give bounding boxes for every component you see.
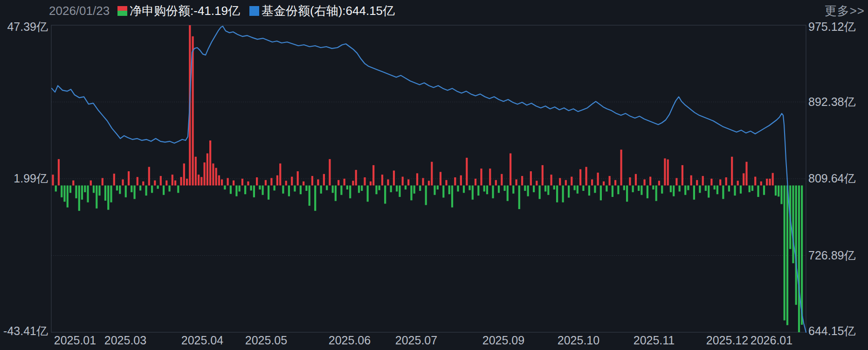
net-subscription-bar[interactable] — [93, 185, 95, 193]
net-subscription-bar[interactable] — [544, 185, 546, 191]
net-subscription-bar[interactable] — [244, 185, 246, 194]
net-subscription-bar[interactable] — [690, 175, 692, 186]
net-subscription-bar[interactable] — [90, 181, 92, 186]
net-subscription-bar[interactable] — [463, 185, 465, 193]
net-subscription-bar[interactable] — [154, 181, 156, 186]
net-subscription-bar[interactable] — [209, 140, 211, 185]
net-subscription-bar[interactable] — [626, 185, 628, 202]
net-subscription-bar[interactable] — [72, 181, 74, 186]
net-subscription-bar[interactable] — [78, 185, 80, 210]
net-subscription-bar[interactable] — [317, 179, 319, 185]
net-subscription-bar[interactable] — [227, 178, 229, 186]
net-subscription-bar[interactable] — [556, 185, 558, 202]
net-subscription-bar[interactable] — [58, 159, 60, 186]
net-subscription-bar[interactable] — [769, 179, 771, 186]
net-subscription-bar[interactable] — [588, 185, 590, 196]
net-subscription-bar[interactable] — [309, 185, 310, 206]
net-subscription-bar[interactable] — [725, 177, 727, 185]
net-subscription-bar[interactable] — [440, 172, 441, 185]
net-subscription-bar[interactable] — [670, 185, 672, 192]
net-subscription-bar[interactable] — [405, 185, 406, 189]
net-subscription-bar[interactable] — [705, 185, 707, 191]
net-subscription-bar[interactable] — [658, 181, 660, 185]
net-subscription-bar[interactable] — [451, 185, 453, 207]
net-subscription-bar[interactable] — [504, 185, 506, 191]
net-subscription-bar[interactable] — [410, 185, 412, 200]
net-subscription-bar[interactable] — [597, 173, 599, 186]
net-subscription-bar[interactable] — [399, 185, 400, 197]
net-subscription-bar[interactable] — [172, 175, 173, 185]
net-subscription-bar[interactable] — [204, 162, 206, 185]
net-subscription-bar[interactable] — [134, 185, 136, 199]
net-subscription-bar[interactable] — [98, 185, 100, 196]
net-subscription-bar[interactable] — [102, 178, 103, 186]
net-subscription-bar[interactable] — [766, 179, 768, 186]
net-subscription-bar[interactable] — [498, 185, 500, 193]
net-subscription-bar[interactable] — [480, 168, 482, 185]
net-subscription-bar[interactable] — [536, 181, 537, 185]
net-subscription-bar[interactable] — [352, 181, 354, 185]
net-subscription-bar[interactable] — [413, 185, 415, 193]
net-subscription-bar[interactable] — [679, 185, 681, 191]
net-subscription-bar[interactable] — [200, 177, 202, 185]
net-subscription-bar[interactable] — [614, 180, 616, 186]
net-subscription-bar[interactable] — [641, 185, 642, 195]
net-subscription-bar[interactable] — [745, 162, 747, 186]
net-subscription-bar[interactable] — [620, 150, 622, 186]
net-subscription-bar[interactable] — [749, 185, 751, 192]
net-subscription-bar[interactable] — [163, 185, 165, 195]
net-subscription-bar[interactable] — [798, 185, 800, 332]
net-subscription-bar[interactable] — [568, 185, 570, 197]
net-subscription-bar[interactable] — [801, 185, 803, 325]
net-subscription-bar[interactable] — [437, 185, 439, 189]
net-subscription-bar[interactable] — [314, 185, 316, 210]
net-subscription-bar[interactable] — [740, 185, 742, 193]
net-subscription-bar[interactable] — [431, 162, 433, 186]
net-subscription-bar[interactable] — [475, 179, 476, 186]
net-subscription-bar[interactable] — [367, 185, 369, 202]
net-subscription-bar[interactable] — [157, 185, 159, 189]
net-subscription-bar[interactable] — [702, 176, 704, 185]
net-subscription-bar[interactable] — [524, 185, 526, 191]
net-subscription-bar[interactable] — [635, 174, 637, 186]
net-subscription-bar[interactable] — [122, 179, 124, 185]
net-subscription-bar[interactable] — [457, 185, 459, 191]
net-subscription-bar[interactable] — [495, 180, 497, 186]
net-subscription-bar[interactable] — [428, 181, 430, 185]
net-subscription-bar[interactable] — [530, 171, 532, 185]
net-subscription-bar[interactable] — [603, 182, 605, 186]
net-subscription-bar[interactable] — [329, 159, 331, 186]
net-subscription-bar[interactable] — [734, 185, 736, 196]
net-subscription-bar[interactable] — [661, 185, 663, 193]
net-subscription-bar[interactable] — [247, 182, 249, 186]
net-subscription-bar[interactable] — [364, 177, 365, 185]
net-subscription-bar[interactable] — [265, 180, 267, 186]
net-subscription-bar[interactable] — [67, 185, 69, 207]
net-subscription-bar[interactable] — [419, 185, 421, 191]
net-subscription-bar[interactable] — [731, 157, 733, 186]
net-subscription-bar[interactable] — [282, 185, 284, 193]
net-subscription-bar[interactable] — [137, 177, 138, 185]
net-subscription-bar[interactable] — [763, 185, 765, 195]
net-subscription-bar[interactable] — [422, 178, 424, 186]
net-subscription-bar[interactable] — [638, 185, 640, 191]
net-subscription-bar[interactable] — [792, 185, 794, 263]
net-subscription-bar[interactable] — [483, 185, 485, 191]
net-subscription-bar[interactable] — [370, 182, 372, 186]
net-subscription-bar[interactable] — [128, 171, 130, 185]
net-subscription-bar[interactable] — [340, 185, 342, 195]
net-subscription-bar[interactable] — [673, 185, 675, 196]
net-subscription-bar[interactable] — [786, 185, 788, 325]
net-subscription-bar[interactable] — [780, 185, 782, 204]
net-subscription-bar[interactable] — [215, 168, 217, 186]
net-subscription-bar[interactable] — [303, 182, 304, 186]
net-subscription-bar[interactable] — [119, 185, 121, 194]
net-subscription-bar[interactable] — [288, 185, 290, 196]
net-subscription-bar[interactable] — [361, 185, 363, 191]
net-subscription-bar[interactable] — [224, 185, 226, 189]
net-subscription-bar[interactable] — [612, 185, 613, 197]
net-subscription-bar[interactable] — [527, 185, 529, 196]
net-subscription-bar[interactable] — [349, 185, 351, 198]
net-subscription-bar[interactable] — [574, 185, 576, 190]
net-subscription-bar[interactable] — [259, 185, 261, 189]
